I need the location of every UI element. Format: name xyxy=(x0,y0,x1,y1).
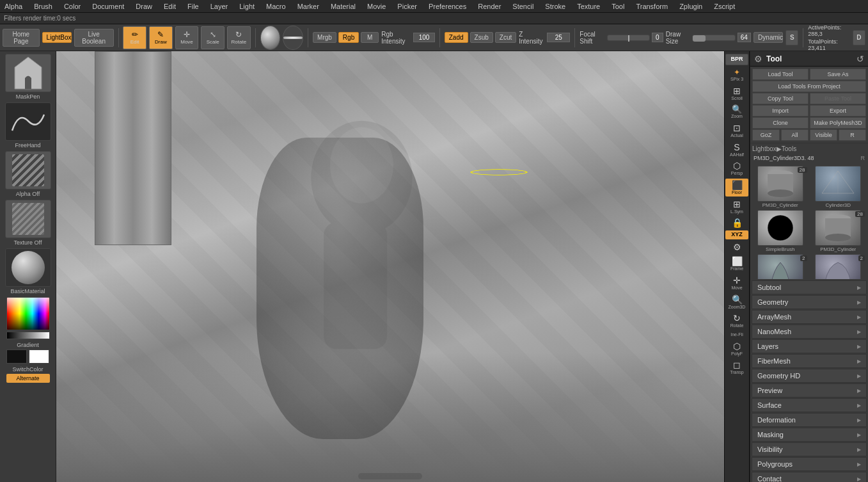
surface-header[interactable]: Surface ▶ xyxy=(752,399,866,412)
menu-texture[interactable]: Texture xyxy=(575,3,602,10)
menu-marker[interactable]: Marker xyxy=(296,3,321,10)
preview-header[interactable]: Preview ▶ xyxy=(752,384,866,397)
frame-button[interactable]: ⬜ Frame xyxy=(725,255,748,273)
menu-file[interactable]: File xyxy=(185,3,201,10)
surface-section[interactable]: Surface ▶ xyxy=(752,398,867,412)
menu-color[interactable]: Color xyxy=(62,3,83,10)
arraymesh-header[interactable]: ArrayMesh ▶ xyxy=(752,310,866,323)
live-boolean-button[interactable]: Live Boolean xyxy=(74,29,114,47)
floor-button[interactable]: ⬛ Floor xyxy=(725,179,748,197)
menu-stencil[interactable]: Stencil xyxy=(510,3,535,10)
home-page-button[interactable]: Home Page xyxy=(3,29,40,47)
geometry-header[interactable]: Geometry ▶ xyxy=(752,296,866,309)
freehand-tool[interactable]: FreeHand xyxy=(3,102,54,149)
contact-section[interactable]: Contact ▶ xyxy=(752,472,867,482)
texture-off-tool[interactable]: Texture Off xyxy=(3,200,54,246)
menu-macro[interactable]: Macro xyxy=(264,3,288,10)
menu-render[interactable]: Render xyxy=(476,3,503,10)
menu-light[interactable]: Light xyxy=(237,3,256,10)
m-button[interactable]: M xyxy=(361,32,379,43)
move-button[interactable]: ✛ Move xyxy=(175,26,199,49)
rgb-intensity-value[interactable]: 100 xyxy=(413,33,435,42)
move-rt-button[interactable]: ✛ Move xyxy=(725,274,748,292)
load-tool-button[interactable]: Load Tool xyxy=(752,68,809,80)
s-button[interactable]: S xyxy=(785,30,798,45)
focal-shift-slider[interactable] xyxy=(607,35,650,41)
scroll-rt-button[interactable]: ⊞ Scroll xyxy=(725,84,748,102)
menu-tool[interactable]: Tool xyxy=(610,3,626,10)
mrgb-button[interactable]: Mrgb xyxy=(313,32,336,43)
geometryhd-header[interactable]: Geometry HD ▶ xyxy=(752,369,866,382)
fibermesh-header[interactable]: FiberMesh ▶ xyxy=(752,355,866,367)
d-button[interactable]: D xyxy=(853,30,865,45)
subtool-section[interactable]: Subtool ▶ xyxy=(752,280,867,294)
menu-edit[interactable]: Edit xyxy=(162,3,178,10)
zcut-button[interactable]: Zcut xyxy=(495,32,516,43)
menu-stroke[interactable]: Stroke xyxy=(543,3,567,10)
focal-shift-value[interactable]: 0 xyxy=(652,33,663,42)
subtool-header[interactable]: Subtool ▶ xyxy=(752,281,866,294)
deformation-section[interactable]: Deformation ▶ xyxy=(752,413,867,427)
visibility-section[interactable]: Visibility ▶ xyxy=(752,442,867,456)
z-intensity-value[interactable]: 25 xyxy=(547,33,570,42)
aahalf-button[interactable]: S AAHalf xyxy=(725,141,748,159)
goz-button[interactable]: GoZ xyxy=(752,129,780,141)
maskpen-tool[interactable]: MaskPen xyxy=(3,54,54,100)
menu-movie[interactable]: Movie xyxy=(365,3,388,10)
rgb-button[interactable]: Rgb xyxy=(338,32,359,43)
draw-size-value[interactable]: 64 xyxy=(738,33,751,42)
panel-refresh-icon[interactable]: ↺ xyxy=(856,54,864,64)
polyf-button[interactable]: ⬡ PolyF xyxy=(725,340,748,358)
menu-alpha[interactable]: Alpha xyxy=(3,3,24,10)
menu-material[interactable]: Material xyxy=(329,3,358,10)
inefli-button[interactable]: Ine-Fli xyxy=(725,331,748,339)
spix-button[interactable]: ✦ SPix 3 xyxy=(725,67,748,83)
brush-preview[interactable] xyxy=(260,26,281,50)
primary-swatch[interactable] xyxy=(6,349,27,364)
bpr-button[interactable]: BPR xyxy=(725,54,748,65)
tool-thumb-pm3d-cylinder2[interactable]: 28 PM3D_Cylinder xyxy=(810,210,867,252)
menu-layer[interactable]: Layer xyxy=(209,3,230,10)
preview-section[interactable]: Preview ▶ xyxy=(752,383,867,398)
tool-thumb-pm3d-cylinder[interactable]: 28 PM3D_Cylinder xyxy=(752,166,809,208)
tool-thumb-gothic-arm[interactable]: 2 GothicArm_Arm xyxy=(752,254,809,279)
copy-tool-button[interactable]: Copy Tool xyxy=(752,93,809,104)
menu-zscript[interactable]: Zscript xyxy=(712,3,737,10)
paste-tool-button[interactable]: Paste Tool xyxy=(810,93,866,104)
menu-document[interactable]: Document xyxy=(90,3,126,10)
import-button[interactable]: Import xyxy=(752,105,809,116)
lightbox-button[interactable]: LightBox xyxy=(42,32,72,43)
alpha-off-tool[interactable]: Alpha Off xyxy=(3,151,54,197)
export-button[interactable]: Export xyxy=(810,105,866,116)
rotate-rt-button[interactable]: ↻ Rotate xyxy=(725,312,748,330)
make-polymesh-button[interactable]: Make PolyMesh3D xyxy=(810,117,866,129)
xyz-button[interactable]: XYZ xyxy=(725,230,748,239)
r-button[interactable]: R xyxy=(839,129,866,141)
visible-button[interactable]: Visible xyxy=(810,129,837,141)
color-picker[interactable] xyxy=(6,297,50,330)
zoom3d-button[interactable]: 🔍 Zoom3D xyxy=(725,293,748,311)
lightbox-r-button[interactable]: R xyxy=(861,155,865,161)
zadd-button[interactable]: Zadd xyxy=(445,32,468,43)
canvas-area[interactable] xyxy=(56,51,724,482)
actual-button[interactable]: ⊡ Actual xyxy=(725,122,748,140)
menu-draw[interactable]: Draw xyxy=(134,3,154,10)
canvas-viewport[interactable] xyxy=(56,51,724,482)
load-tools-from-project-button[interactable]: Load Tools From Project xyxy=(752,81,866,92)
tool-thumb-shoulder-armor[interactable]: 2 Shoulder_armor xyxy=(810,254,867,279)
menu-transform[interactable]: Transform xyxy=(634,3,670,10)
stroke-preview[interactable] xyxy=(283,26,303,50)
masking-header[interactable]: Masking ▶ xyxy=(752,428,866,441)
menu-picker[interactable]: Picker xyxy=(395,3,419,10)
rotate-button[interactable]: ↻ Rotate xyxy=(227,26,251,49)
polygroups-header[interactable]: Polygroups ▶ xyxy=(752,458,866,470)
transp-button[interactable]: ◻ Transp xyxy=(725,358,748,376)
gradient-bar[interactable] xyxy=(6,332,50,339)
nanomesh-section[interactable]: NanoMesh ▶ xyxy=(752,325,867,339)
geometryhd-section[interactable]: Geometry HD ▶ xyxy=(752,369,867,383)
menu-zplugin[interactable]: Zplugin xyxy=(677,3,704,10)
draw-button[interactable]: ✎ Draw xyxy=(149,26,173,49)
secondary-swatch[interactable] xyxy=(29,349,49,364)
layers-section[interactable]: Layers ▶ xyxy=(752,339,867,353)
layers-header[interactable]: Layers ▶ xyxy=(752,340,866,353)
